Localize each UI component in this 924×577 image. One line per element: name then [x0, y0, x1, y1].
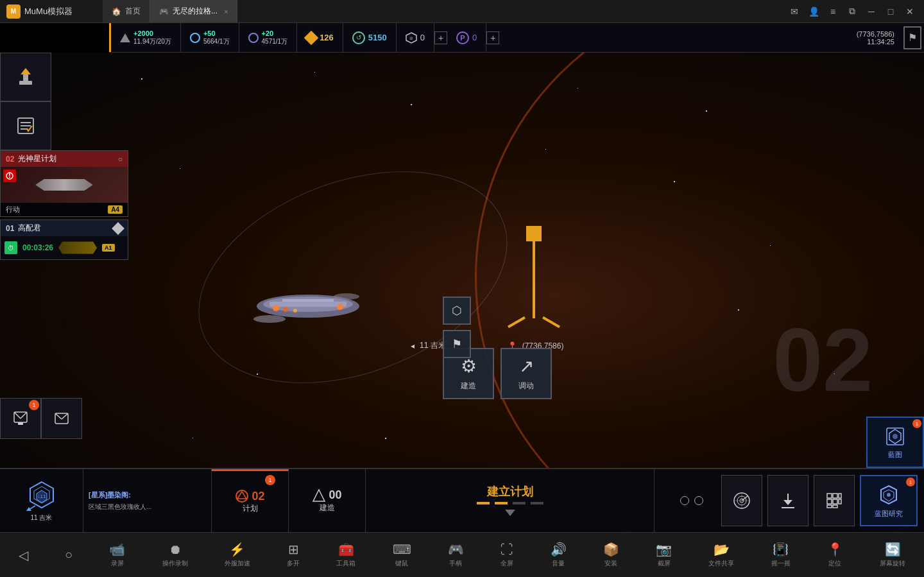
star [180, 168, 180, 169]
radar-btn[interactable] [721, 475, 762, 526]
toolbox-btn[interactable]: 🧰 工具箱 [336, 542, 355, 568]
build-plan-arrow [502, 507, 518, 517]
small-circle-btn-2[interactable] [694, 496, 703, 505]
quest-close-1[interactable]: ○ [118, 155, 123, 164]
quest-header-1: 02 光神星计划 ○ [1, 151, 128, 167]
blueprint-btn[interactable]: 1 藍图 [866, 417, 924, 468]
restore-icon[interactable]: ⧉ [843, 3, 861, 21]
star [674, 181, 675, 182]
tab-plan[interactable]: 1 02 计划 [212, 469, 289, 532]
small-circle-btn[interactable] [680, 496, 689, 505]
spiral-icon: ↺ [352, 31, 365, 44]
user-icon[interactable]: 👤 [805, 3, 823, 21]
android-home-btn[interactable]: ○ [65, 547, 73, 562]
svg-rect-55 [827, 505, 832, 508]
macro-label: 操作录制 [162, 559, 188, 568]
taskbar-location: ↓11 11 吉米 [0, 469, 83, 532]
svg-line-27 [55, 413, 62, 419]
fuel-icon [248, 33, 259, 43]
mail-icon[interactable]: ✉ [785, 3, 803, 21]
dot-empty-1 [513, 502, 526, 504]
sidebar-mission-btn[interactable] [0, 101, 51, 150]
volume-btn[interactable]: 🔊 音量 [551, 542, 567, 568]
spaceship[interactable] [237, 271, 366, 335]
file-share-btn[interactable]: 📂 文件共享 [708, 542, 734, 568]
quest-image-1[interactable] [1, 167, 128, 203]
build-icon: ⚙ [461, 356, 477, 377]
ship-svg [237, 271, 379, 341]
taskbar-distance: 11 吉米 [31, 513, 53, 522]
star [770, 245, 771, 246]
game-tab-label: 无尽的拉格... [173, 6, 218, 17]
star [834, 374, 835, 374]
quest-badge-1: A4 [108, 205, 123, 214]
svg-rect-57 [839, 494, 841, 498]
resource-diamonds: 126 [297, 23, 343, 52]
mail-game-btn[interactable] [41, 398, 82, 439]
svg-point-8 [253, 315, 286, 323]
screenshot-btn[interactable]: 📷 截屏 [656, 542, 672, 568]
download-btn[interactable] [767, 475, 809, 526]
record-label: 录屏 [111, 559, 124, 568]
gamepad-btn[interactable]: 🎮 手柄 [448, 542, 464, 568]
add-resource-btn[interactable]: + [434, 31, 447, 44]
blueprint-side-panel: 1 藍图 [866, 417, 924, 468]
keyboard-btn[interactable]: ⌨ 键鼠 [393, 542, 411, 568]
rotate-btn[interactable]: 🔄 屏幕旋转 [880, 542, 905, 568]
boost-btn[interactable]: ⚡ 外服加速 [225, 542, 250, 568]
svg-point-6 [293, 309, 297, 313]
location-arrow-icon: ◂ [411, 341, 415, 350]
resource-spiral: ↺ 5150 [343, 23, 397, 52]
tab-home[interactable]: 🏠 首页 [103, 0, 150, 22]
grid-btn[interactable] [814, 475, 855, 526]
fuel-values: +20 4571/1万 [262, 30, 288, 46]
svg-rect-51 [827, 494, 832, 498]
svg-rect-3 [282, 299, 334, 302]
quest-diamond-icon [112, 222, 124, 235]
menu-icon[interactable]: ≡ [824, 3, 842, 21]
svg-marker-14 [21, 68, 31, 74]
share-icon-btn[interactable]: ⬡ [443, 297, 471, 325]
multi-btn[interactable]: ⊞ 多开 [287, 542, 300, 568]
quest-header-2: 01 高配君 [1, 220, 128, 236]
macro-btn[interactable]: ⏺ 操作录制 [162, 542, 188, 568]
title-bar: M MuMu模拟器 🏠 首页 🎮 无尽的拉格... × ✉ 👤 ≡ ⧉ ─ □ … [0, 0, 924, 23]
fullscreen-btn[interactable]: ⛶ 全屏 [501, 542, 513, 568]
dispatch-action-btn[interactable]: ↗ 调动 [501, 348, 552, 399]
star [257, 374, 258, 375]
location-distance: 11 吉米 [420, 340, 446, 351]
install-btn[interactable]: 📦 安装 [603, 542, 619, 568]
add-pshield-btn[interactable]: + [486, 31, 499, 44]
svg-point-31 [893, 434, 898, 439]
shake-btn[interactable]: 📳 摇一摇 [771, 542, 791, 568]
tab-build[interactable]: 00 建造 [289, 469, 366, 532]
star [411, 104, 412, 105]
minimize-icon[interactable]: ─ [862, 3, 880, 21]
build-plan-section[interactable]: 建立计划 [366, 469, 654, 532]
tab-game[interactable]: 🎮 无尽的拉格... × [150, 0, 237, 22]
home-tab-label: 首页 [125, 6, 141, 17]
tab-close-btn[interactable]: × [224, 8, 228, 15]
notifications-btn[interactable]: 1 [0, 398, 41, 439]
close-window-btn[interactable]: ✕ [901, 3, 919, 21]
diamond-icon [304, 30, 319, 45]
sidebar-upgrade-btn[interactable] [0, 53, 51, 101]
quest-number-1: 02 [6, 155, 14, 164]
marker-flag [526, 226, 542, 241]
location-label-btn: 定位 [828, 559, 841, 568]
android-back-btn[interactable]: ◁ [19, 547, 28, 563]
keyboard-label: 键鼠 [395, 559, 408, 568]
location-btn[interactable]: 📍 定位 [827, 542, 843, 568]
maximize-icon[interactable]: □ [882, 3, 900, 21]
blueprint-research-btn[interactable]: 1 蓝图研究 [860, 475, 918, 526]
record-btn[interactable]: 📹 录屏 [109, 542, 125, 568]
pin-icon-btn[interactable]: ⚑ [443, 330, 471, 358]
map-pin-btn[interactable]: ⚑ [903, 26, 921, 49]
coords-time-display: (7736,7586) 11:34:25 [850, 30, 901, 46]
game-viewport[interactable]: 02 ◂ 11 吉米 [0, 53, 924, 540]
multi-label: 多开 [287, 559, 300, 568]
plan-label: 计划 [243, 503, 258, 514]
quest-type-icon [3, 169, 16, 182]
app-logo: M MuMu模拟器 [0, 4, 103, 19]
svg-marker-39 [237, 492, 246, 499]
